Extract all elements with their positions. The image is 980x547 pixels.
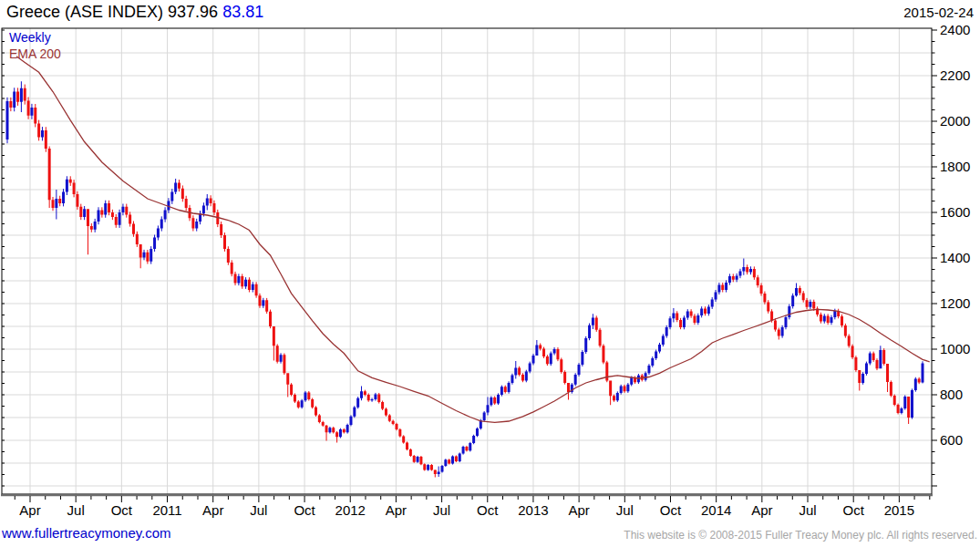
candle-up (462, 447, 465, 454)
x-axis-label: 2011 (152, 502, 181, 518)
candle-down (563, 372, 566, 383)
candle-down (48, 149, 51, 200)
candle-down (248, 280, 251, 290)
candle-down (16, 92, 19, 102)
candle-up (30, 108, 33, 116)
candle-down (844, 325, 847, 336)
candle-down (897, 405, 900, 413)
candle-down (111, 212, 114, 217)
candle-up (529, 364, 531, 372)
candle-up (83, 209, 86, 217)
candle-up (620, 387, 623, 394)
x-axis-label: Oct (660, 502, 682, 518)
x-axis-label: Apr (202, 502, 223, 518)
candle-up (438, 472, 440, 475)
x-axis-label: Jul (250, 502, 267, 518)
candle-up (715, 293, 717, 300)
candle-down (332, 428, 335, 432)
candle-down (212, 203, 215, 212)
candle-down (609, 381, 612, 397)
candle-down (265, 300, 268, 312)
x-axis-label: Oct (477, 502, 499, 518)
candle-down (455, 457, 458, 462)
candle-down (402, 437, 405, 443)
candle-down (146, 253, 149, 262)
candle-down (774, 321, 777, 330)
candle-down (87, 209, 89, 226)
candle-down (100, 211, 103, 215)
candle-down (210, 199, 212, 204)
candle-down (841, 316, 843, 325)
candle-down (567, 383, 570, 392)
candle-down (854, 357, 857, 370)
candle-up (742, 267, 745, 272)
candle-down (679, 320, 682, 327)
candle-down (624, 387, 626, 392)
candle-down (76, 194, 78, 207)
candle-down (413, 456, 416, 462)
x-axis-label: 2015 (884, 502, 914, 518)
candle-up (833, 311, 836, 317)
candle-up (823, 316, 826, 322)
candle-down (322, 422, 325, 426)
candle-up (809, 302, 811, 307)
candle-down (827, 316, 830, 324)
candle-up (459, 454, 461, 462)
candle-up (550, 354, 552, 365)
candle-up (451, 457, 454, 464)
candle-up (725, 283, 727, 290)
candle-down (108, 203, 110, 212)
candle-down (269, 312, 272, 326)
price-chart-canvas[interactable]: 60080010001200140016001800200022002400Ap… (0, 0, 980, 524)
candle-down (732, 276, 735, 280)
legend-ema-label: EMA 200 (9, 46, 61, 62)
candle-down (406, 443, 408, 450)
candle-down (181, 189, 184, 199)
candle-down (693, 316, 696, 324)
candle-up (328, 428, 331, 432)
x-axis-label: 2012 (335, 502, 366, 518)
candle-up (553, 349, 556, 354)
candle-up (170, 192, 173, 201)
candle-down (185, 199, 188, 208)
candle-up (700, 309, 703, 316)
x-axis: AprJulOct2011AprJulOct2012AprJulOct2013A… (15, 496, 930, 518)
candle-up (98, 211, 100, 222)
candle-down (434, 470, 437, 475)
candle-down (518, 368, 521, 376)
candle-up (574, 375, 577, 385)
x-axis-label: Jul (799, 502, 816, 518)
candle-up (914, 379, 917, 391)
candle-up (647, 366, 650, 373)
x-axis-label: Apr (751, 502, 772, 518)
candle-up (830, 317, 832, 323)
candle-up (578, 365, 581, 375)
candle-up (686, 312, 689, 318)
y-axis-label: 1400 (940, 250, 970, 265)
candle-up (662, 336, 665, 346)
x-axis-label: Jul (616, 502, 634, 518)
candle-down (760, 285, 763, 294)
candle-down (423, 464, 426, 470)
candle-down (125, 207, 128, 215)
x-axis-label: Jul (433, 502, 450, 518)
candle-down (73, 183, 76, 195)
candle-down (409, 449, 412, 456)
candle-down (599, 330, 602, 346)
candle-up (626, 385, 629, 392)
x-axis-label: 2013 (518, 502, 548, 518)
footer-website-link[interactable]: www.fullertreacymoney.com (2, 525, 171, 541)
candle-down (419, 457, 422, 464)
candle-up (861, 374, 864, 383)
candle-down (802, 294, 805, 301)
candle-down (90, 226, 93, 230)
candle-down (556, 349, 559, 359)
candle-down (799, 288, 801, 294)
candle-down (223, 235, 226, 249)
candle-up (645, 373, 647, 380)
candle-up (879, 350, 882, 368)
candle-up (160, 220, 163, 229)
candle-down (297, 402, 300, 408)
y-axis-label: 1200 (940, 295, 970, 311)
candle-down (704, 309, 707, 315)
